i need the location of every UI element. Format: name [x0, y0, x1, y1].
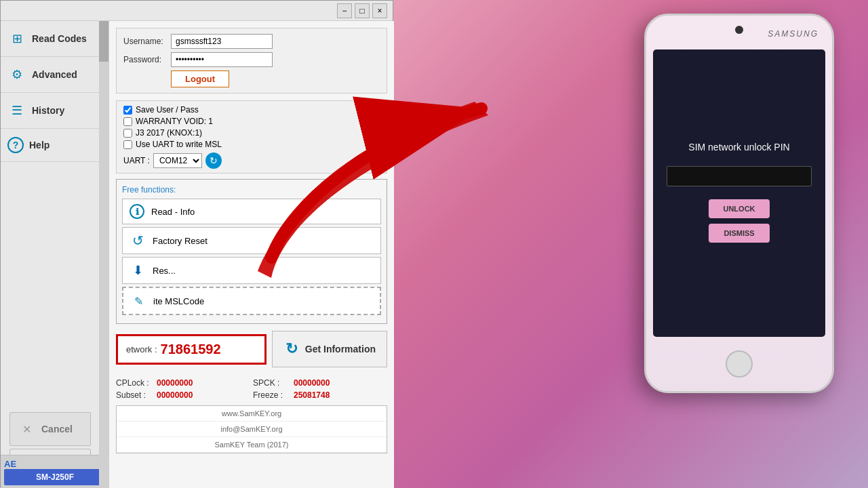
sidebar-item-advanced[interactable]: ⚙ Advanced [1, 57, 99, 93]
phone-screen: SIM network unlock PIN UNLOCK DISMISS [653, 49, 825, 337]
factory-reset-button[interactable]: ↺ Factory Reset [122, 227, 381, 254]
uart-write-label: Use UART to write MSL [136, 140, 222, 149]
password-label: Password: [123, 55, 171, 64]
spck-row: SPCK : 00000000 [253, 378, 387, 388]
save-user-checkbox[interactable] [123, 106, 132, 115]
website-url[interactable]: www.SamKEY.org [117, 406, 387, 422]
cplock-row: CPLock : 00000000 [116, 378, 250, 388]
info-icon: ℹ [130, 204, 144, 219]
cancel-icon: ✕ [17, 420, 36, 439]
ae-label: AE [4, 459, 106, 469]
history-label: History [32, 105, 64, 116]
network-value: 71861592 [161, 342, 221, 357]
free-functions-title: Free functions: [122, 185, 381, 195]
uart-refresh-button[interactable]: ↻ [205, 152, 222, 169]
read-info-label: Read - Info [151, 207, 195, 217]
bottom-info: AE SM-J250F [1, 455, 109, 488]
checkbox-uart: Use UART to write MSL [123, 140, 380, 149]
uart-label: UART : [123, 156, 150, 165]
website-links: www.SamKEY.org info@SamKEY.org SamKEY Te… [116, 405, 387, 453]
j3-label: J3 2017 (KNOX:1) [136, 128, 202, 138]
subset-row: Subset : 00000000 [116, 390, 250, 400]
reset-button[interactable]: ⬇ Res... [122, 257, 381, 284]
read-codes-label: Read Codes [32, 33, 87, 44]
uart-checkbox[interactable] [123, 140, 132, 149]
maximize-button[interactable]: □ [355, 3, 370, 18]
logout-button[interactable]: Logout [171, 70, 229, 87]
phone-camera [735, 26, 743, 34]
login-section: Username: Password: Logout [116, 28, 387, 94]
freeze-row: Freeze : 25081748 [253, 390, 387, 400]
cancel-button[interactable]: ✕ Cancel [9, 412, 91, 446]
factory-reset-icon: ↺ [130, 232, 146, 249]
checkbox-warranty: WARRANTY VOID: 1 [123, 117, 380, 126]
help-icon: ? [7, 137, 24, 153]
j3-checkbox[interactable] [123, 129, 132, 138]
network-area: etwork : 71861592 ↻ Get Information [116, 331, 387, 373]
minimize-button[interactable]: − [337, 3, 352, 18]
free-functions-section: Free functions: ℹ Read - Info ↺ Factory … [116, 179, 387, 324]
sidebar-item-history[interactable]: ☰ History [1, 93, 99, 129]
save-user-label: Save User / Pass [136, 105, 199, 115]
cancel-label: Cancel [41, 424, 73, 434]
freeze-value: 25081748 [294, 390, 330, 400]
read-codes-icon: ⊞ [7, 29, 26, 48]
password-row: Password: [123, 52, 380, 67]
options-section: Save User / Pass WARRANTY VOID: 1 J3 201… [116, 100, 387, 174]
freeze-label: Freeze : [253, 390, 290, 400]
team-credit: SamKEY Team (2017) [117, 437, 387, 453]
main-content: Username: Password: Logout Save User / P… [109, 21, 394, 488]
app-window: − □ × ⊞ Read Codes ⚙ Advanced ☰ History [0, 0, 393, 488]
password-input[interactable] [171, 52, 273, 67]
get-info-label: Get Information [305, 344, 376, 354]
spck-value: 00000000 [294, 378, 330, 388]
subset-value: 00000000 [157, 390, 193, 400]
subset-label: Subset : [116, 390, 153, 400]
uart-select[interactable]: COM12 COM1 COM2 [153, 153, 202, 168]
dismiss-button[interactable]: DISMISS [709, 224, 770, 243]
scrollbar-thumb[interactable] [99, 21, 108, 62]
network-box: etwork : 71861592 [116, 334, 267, 365]
help-label: Help [29, 140, 50, 150]
write-msl-label: ite MSLCode [153, 296, 204, 306]
network-label: etwork : [126, 344, 157, 354]
factory-reset-label: Factory Reset [153, 236, 208, 246]
username-row: Username: [123, 34, 380, 49]
username-input[interactable] [171, 34, 273, 49]
phone-device: SAMSUNG SIM network unlock PIN UNLOCK DI… [644, 14, 834, 393]
email-link[interactable]: info@SamKEY.org [117, 422, 387, 437]
advanced-icon: ⚙ [7, 65, 26, 84]
samsung-logo: SAMSUNG [768, 29, 818, 39]
get-information-button[interactable]: ↻ Get Information [272, 331, 387, 367]
warranty-checkbox[interactable] [123, 117, 132, 126]
checkbox-j3: J3 2017 (KNOX:1) [123, 128, 380, 138]
cplock-value: 00000000 [157, 378, 193, 388]
lock-codes-section: CPLock : 00000000 SPCK : 00000000 Subset… [116, 378, 387, 400]
device-button[interactable]: SM-J250F [4, 469, 106, 485]
read-info-button[interactable]: ℹ Read - Info [122, 199, 381, 224]
cplock-label: CPLock : [116, 378, 153, 388]
advanced-label: Advanced [32, 69, 77, 80]
close-button[interactable]: × [372, 3, 387, 18]
warranty-label: WARRANTY VOID: 1 [136, 117, 213, 126]
unlock-button[interactable]: UNLOCK [709, 199, 770, 218]
username-label: Username: [123, 37, 171, 46]
history-icon: ☰ [7, 101, 26, 120]
phone-screen-text: SIM network unlock PIN [688, 142, 789, 152]
get-info-icon: ↻ [283, 341, 300, 357]
reset-icon: ⬇ [130, 262, 146, 279]
left-sidebar: ⊞ Read Codes ⚙ Advanced ☰ History ? Help… [1, 21, 109, 488]
checkbox-save-user: Save User / Pass [123, 105, 380, 115]
scrollbar[interactable] [99, 21, 108, 488]
sidebar-item-help[interactable]: ? Help [1, 129, 99, 162]
write-msl-button[interactable]: ✎ ite MSLCode [122, 287, 381, 315]
spck-label: SPCK : [253, 378, 290, 388]
reset-label: Res... [153, 266, 176, 276]
uart-row: UART : COM12 COM1 COM2 ↻ [123, 152, 380, 169]
write-icon: ✎ [130, 293, 146, 309]
title-bar: − □ × [1, 1, 393, 21]
sidebar-item-read-codes[interactable]: ⊞ Read Codes [1, 21, 99, 57]
phone-home-button[interactable] [726, 350, 753, 378]
